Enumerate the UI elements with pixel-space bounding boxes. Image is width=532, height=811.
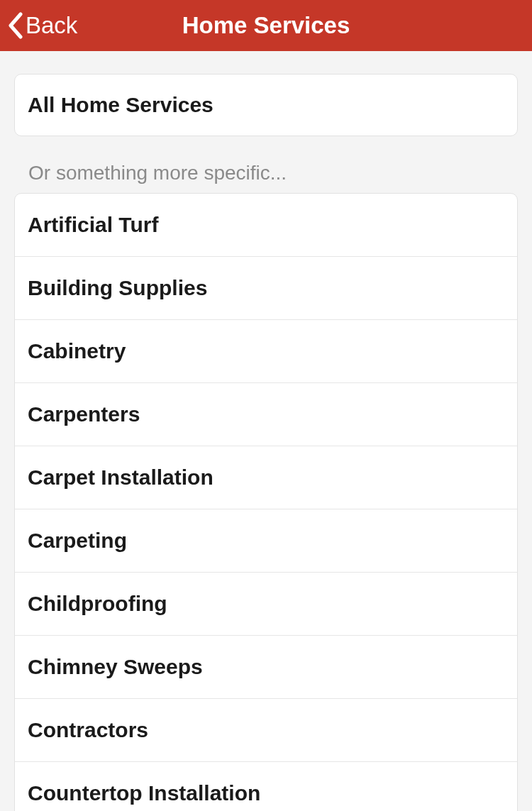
category-label: Countertop Installation xyxy=(28,781,504,805)
category-label: Carpeting xyxy=(28,529,504,553)
categories-list: Artificial Turf Building Supplies Cabine… xyxy=(14,193,518,811)
category-label: Carpet Installation xyxy=(28,465,504,490)
category-item-chimney-sweeps[interactable]: Chimney Sweeps xyxy=(15,636,517,699)
all-services-button[interactable]: All Home Services xyxy=(14,74,518,136)
category-item-building-supplies[interactable]: Building Supplies xyxy=(15,257,517,320)
category-item-contractors[interactable]: Contractors xyxy=(15,699,517,762)
category-label: Cabinetry xyxy=(28,339,504,363)
category-item-artificial-turf[interactable]: Artificial Turf xyxy=(15,194,517,257)
chevron-left-icon xyxy=(7,12,23,39)
category-label: Artificial Turf xyxy=(28,213,504,237)
content-container: All Home Services Or something more spec… xyxy=(0,51,532,811)
back-label: Back xyxy=(26,12,77,39)
category-item-carpet-installation[interactable]: Carpet Installation xyxy=(15,446,517,509)
category-label: Childproofing xyxy=(28,592,504,616)
category-item-carpenters[interactable]: Carpenters xyxy=(15,383,517,446)
navigation-header: Back Home Services xyxy=(0,0,532,51)
back-button[interactable]: Back xyxy=(7,12,77,39)
category-item-countertop-installation[interactable]: Countertop Installation xyxy=(15,762,517,811)
page-title: Home Services xyxy=(182,12,350,39)
category-label: Carpenters xyxy=(28,402,504,426)
category-label: Contractors xyxy=(28,718,504,742)
category-item-cabinetry[interactable]: Cabinetry xyxy=(15,320,517,383)
category-label: Building Supplies xyxy=(28,276,504,300)
section-subheading: Or something more specific... xyxy=(28,162,518,184)
category-item-childproofing[interactable]: Childproofing xyxy=(15,573,517,636)
category-item-carpeting[interactable]: Carpeting xyxy=(15,509,517,573)
all-services-label: All Home Services xyxy=(28,93,504,117)
category-label: Chimney Sweeps xyxy=(28,655,504,679)
